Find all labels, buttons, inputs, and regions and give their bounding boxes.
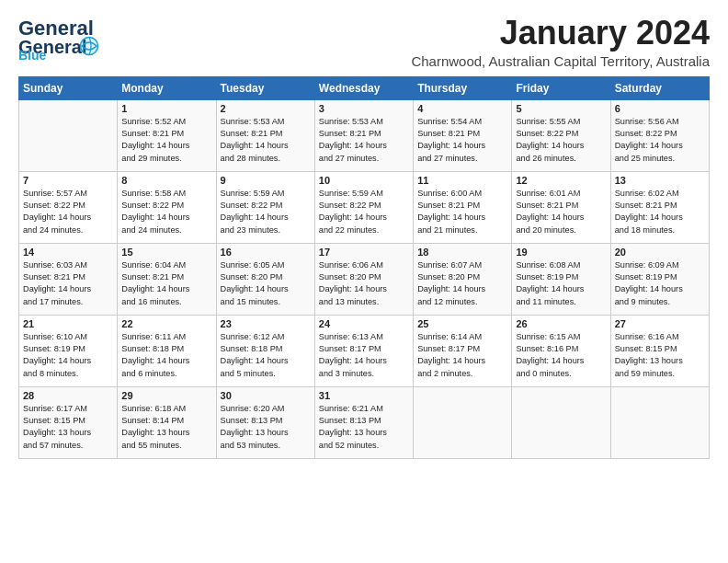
calendar-cell: 21Sunrise: 6:10 AMSunset: 8:19 PMDayligh… (19, 315, 118, 386)
calendar-cell: 26Sunrise: 6:15 AMSunset: 8:16 PMDayligh… (512, 315, 610, 386)
day-number: 28 (23, 390, 113, 401)
day-info: Sunrise: 5:52 AMSunset: 8:21 PMDaylight:… (121, 116, 211, 165)
day-number: 30 (221, 390, 311, 401)
day-info: Sunrise: 6:11 AMSunset: 8:18 PMDaylight:… (121, 331, 211, 380)
logo: General General Blue (18, 18, 101, 61)
day-info: Sunrise: 6:14 AMSunset: 8:17 PMDaylight:… (417, 331, 507, 380)
calendar-cell: 3Sunrise: 5:53 AMSunset: 8:21 PMDaylight… (314, 99, 413, 171)
day-info: Sunrise: 5:55 AMSunset: 8:22 PMDaylight:… (516, 116, 606, 165)
day-number: 7 (23, 175, 113, 186)
day-number: 1 (121, 103, 211, 114)
calendar-cell: 31Sunrise: 6:21 AMSunset: 8:13 PMDayligh… (314, 386, 413, 458)
calendar-cell: 25Sunrise: 6:14 AMSunset: 8:17 PMDayligh… (414, 315, 512, 386)
day-number: 25 (417, 318, 507, 329)
day-number: 29 (121, 390, 211, 401)
day-number: 5 (516, 103, 606, 114)
header: General General Blue (18, 15, 710, 69)
calendar-cell: 24Sunrise: 6:13 AMSunset: 8:17 PMDayligh… (314, 315, 413, 386)
calendar-cell: 7Sunrise: 5:57 AMSunset: 8:22 PMDaylight… (19, 171, 118, 243)
title-block: January 2024 Charnwood, Australian Capit… (411, 15, 710, 69)
day-info: Sunrise: 6:07 AMSunset: 8:20 PMDaylight:… (417, 259, 507, 308)
day-info: Sunrise: 6:12 AMSunset: 8:18 PMDaylight:… (221, 331, 311, 380)
day-info: Sunrise: 5:54 AMSunset: 8:21 PMDaylight:… (417, 116, 507, 165)
calendar-cell (19, 99, 118, 171)
day-number: 20 (615, 247, 705, 258)
week-row-2: 7Sunrise: 5:57 AMSunset: 8:22 PMDaylight… (19, 171, 710, 243)
day-info: Sunrise: 6:21 AMSunset: 8:13 PMDaylight:… (319, 403, 409, 452)
day-number: 23 (221, 318, 311, 329)
calendar-cell (414, 386, 512, 458)
calendar-cell: 2Sunrise: 5:53 AMSunset: 8:21 PMDaylight… (216, 99, 314, 171)
calendar-cell: 11Sunrise: 6:00 AMSunset: 8:21 PMDayligh… (414, 171, 512, 243)
calendar-cell: 6Sunrise: 5:56 AMSunset: 8:22 PMDaylight… (610, 99, 709, 171)
calendar-cell: 28Sunrise: 6:17 AMSunset: 8:15 PMDayligh… (19, 386, 118, 458)
day-number: 6 (615, 103, 705, 114)
calendar-cell: 16Sunrise: 6:05 AMSunset: 8:20 PMDayligh… (216, 243, 314, 315)
day-header-thursday: Thursday (414, 76, 512, 99)
calendar-cell: 4Sunrise: 5:54 AMSunset: 8:21 PMDaylight… (414, 99, 512, 171)
day-info: Sunrise: 5:53 AMSunset: 8:21 PMDaylight:… (221, 116, 311, 165)
day-number: 16 (221, 247, 311, 258)
calendar-cell: 19Sunrise: 6:08 AMSunset: 8:19 PMDayligh… (512, 243, 610, 315)
day-number: 15 (121, 247, 211, 258)
month-title: January 2024 (411, 15, 710, 52)
week-row-3: 14Sunrise: 6:03 AMSunset: 8:21 PMDayligh… (19, 243, 710, 315)
calendar-cell: 1Sunrise: 5:52 AMSunset: 8:21 PMDaylight… (118, 99, 216, 171)
day-number: 17 (319, 247, 409, 258)
day-info: Sunrise: 5:59 AMSunset: 8:22 PMDaylight:… (221, 188, 311, 236)
calendar-cell: 18Sunrise: 6:07 AMSunset: 8:20 PMDayligh… (414, 243, 512, 315)
day-header-sunday: Sunday (19, 76, 118, 99)
day-number: 14 (23, 247, 113, 258)
calendar-cell: 13Sunrise: 6:02 AMSunset: 8:21 PMDayligh… (610, 171, 709, 243)
day-number: 13 (615, 175, 705, 186)
day-info: Sunrise: 6:13 AMSunset: 8:17 PMDaylight:… (319, 331, 409, 380)
day-info: Sunrise: 6:06 AMSunset: 8:20 PMDaylight:… (319, 259, 409, 308)
day-info: Sunrise: 5:59 AMSunset: 8:22 PMDaylight:… (319, 188, 409, 236)
day-info: Sunrise: 5:58 AMSunset: 8:22 PMDaylight:… (121, 188, 211, 236)
day-info: Sunrise: 6:15 AMSunset: 8:16 PMDaylight:… (516, 331, 606, 380)
day-number: 11 (417, 175, 507, 186)
day-info: Sunrise: 6:17 AMSunset: 8:15 PMDaylight:… (23, 403, 113, 452)
day-number: 24 (319, 318, 409, 329)
day-header-friday: Friday (512, 76, 610, 99)
calendar-cell: 12Sunrise: 6:01 AMSunset: 8:21 PMDayligh… (512, 171, 610, 243)
day-number: 10 (319, 175, 409, 186)
calendar-cell: 15Sunrise: 6:04 AMSunset: 8:21 PMDayligh… (118, 243, 216, 315)
day-number: 9 (221, 175, 311, 186)
day-info: Sunrise: 6:05 AMSunset: 8:20 PMDaylight:… (221, 259, 311, 308)
day-info: Sunrise: 5:53 AMSunset: 8:21 PMDaylight:… (319, 116, 409, 165)
calendar-cell: 23Sunrise: 6:12 AMSunset: 8:18 PMDayligh… (216, 315, 314, 386)
calendar-cell (610, 386, 709, 458)
day-info: Sunrise: 5:56 AMSunset: 8:22 PMDaylight:… (615, 116, 705, 165)
day-number: 4 (417, 103, 507, 114)
day-info: Sunrise: 6:01 AMSunset: 8:21 PMDaylight:… (516, 188, 606, 236)
day-header-tuesday: Tuesday (216, 76, 314, 99)
logo-icon: General Blue (18, 35, 101, 61)
day-info: Sunrise: 6:16 AMSunset: 8:15 PMDaylight:… (615, 331, 705, 380)
calendar-cell: 30Sunrise: 6:20 AMSunset: 8:13 PMDayligh… (216, 386, 314, 458)
day-info: Sunrise: 6:04 AMSunset: 8:21 PMDaylight:… (121, 259, 211, 308)
calendar-cell: 14Sunrise: 6:03 AMSunset: 8:21 PMDayligh… (19, 243, 118, 315)
day-number: 18 (417, 247, 507, 258)
calendar-cell (512, 386, 610, 458)
day-number: 21 (23, 318, 113, 329)
calendar-cell: 9Sunrise: 5:59 AMSunset: 8:22 PMDaylight… (216, 171, 314, 243)
calendar-cell: 8Sunrise: 5:58 AMSunset: 8:22 PMDaylight… (118, 171, 216, 243)
calendar-cell: 17Sunrise: 6:06 AMSunset: 8:20 PMDayligh… (314, 243, 413, 315)
day-info: Sunrise: 6:08 AMSunset: 8:19 PMDaylight:… (516, 259, 606, 308)
week-row-5: 28Sunrise: 6:17 AMSunset: 8:15 PMDayligh… (19, 386, 710, 458)
day-number: 2 (221, 103, 311, 114)
day-number: 27 (615, 318, 705, 329)
calendar-cell: 22Sunrise: 6:11 AMSunset: 8:18 PMDayligh… (118, 315, 216, 386)
day-info: Sunrise: 6:18 AMSunset: 8:14 PMDaylight:… (121, 403, 211, 452)
day-number: 31 (319, 390, 409, 401)
day-header-wednesday: Wednesday (314, 76, 413, 99)
day-info: Sunrise: 6:20 AMSunset: 8:13 PMDaylight:… (221, 403, 311, 452)
day-info: Sunrise: 6:10 AMSunset: 8:19 PMDaylight:… (23, 331, 113, 380)
day-info: Sunrise: 5:57 AMSunset: 8:22 PMDaylight:… (23, 188, 113, 236)
day-number: 19 (516, 247, 606, 258)
page: General General Blue (0, 0, 728, 563)
day-header-monday: Monday (118, 76, 216, 99)
location-title: Charnwood, Australian Capital Territory,… (411, 53, 710, 69)
calendar-cell: 27Sunrise: 6:16 AMSunset: 8:15 PMDayligh… (610, 315, 709, 386)
